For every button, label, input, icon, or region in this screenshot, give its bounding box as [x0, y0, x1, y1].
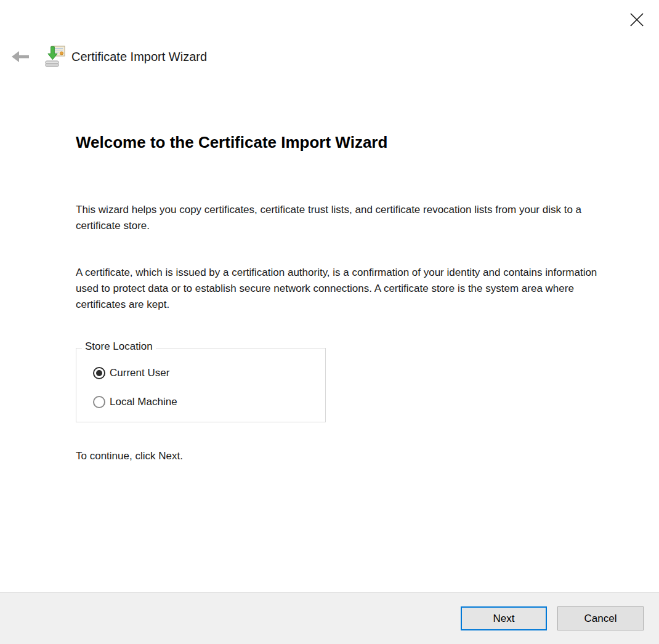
cancel-button[interactable]: Cancel — [557, 606, 644, 630]
close-button[interactable] — [626, 9, 648, 31]
wizard-footer: Next Cancel — [0, 592, 659, 644]
back-button[interactable] — [9, 47, 33, 66]
radio-current-user-label: Current User — [110, 367, 169, 379]
page-heading: Welcome to the Certificate Import Wizard — [76, 133, 387, 152]
wizard-header: Certificate Import Wizard — [9, 43, 207, 70]
store-location-label: Store Location — [82, 340, 156, 353]
radio-local-machine-label: Local Machine — [110, 396, 177, 408]
back-arrow-icon — [10, 49, 31, 64]
window-title: Certificate Import Wizard — [71, 50, 207, 64]
intro-paragraph: This wizard helps you copy certificates,… — [76, 202, 607, 234]
close-icon — [629, 12, 645, 28]
certificate-import-icon — [44, 44, 67, 69]
store-location-groupbox: Store Location Current User Local Machin… — [76, 348, 326, 422]
continue-hint: To continue, click Next. — [76, 450, 183, 462]
radio-local-machine[interactable]: Local Machine — [93, 396, 177, 408]
certificate-import-wizard-window: Certificate Import Wizard Welcome to the… — [0, 0, 659, 644]
radio-unselected-icon[interactable] — [93, 396, 105, 408]
description-paragraph: A certificate, which is issued by a cert… — [76, 265, 618, 313]
radio-selected-icon[interactable] — [93, 367, 105, 379]
radio-current-user[interactable]: Current User — [93, 367, 169, 379]
next-button[interactable]: Next — [461, 606, 547, 630]
